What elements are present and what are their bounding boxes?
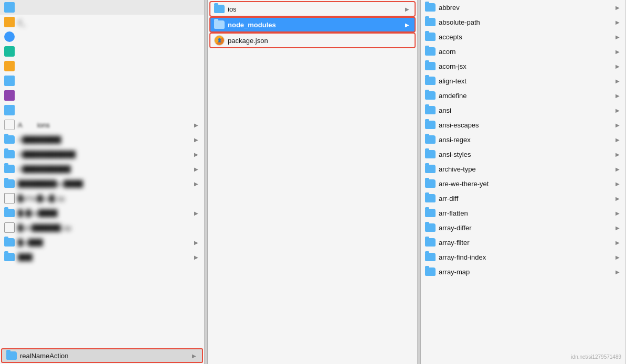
item-label: [18, 4, 194, 12]
chevron-icon: [194, 5, 199, 10]
chevron-icon: ▶: [615, 93, 620, 98]
item-label: package.json: [228, 37, 405, 45]
list-item[interactable]: amdefine ▶: [421, 88, 625, 103]
folder-icon: [6, 351, 17, 360]
item-label: [18, 33, 194, 41]
chevron-icon: ▶: [194, 122, 199, 127]
list-item[interactable]: ███ ▶: [0, 250, 204, 264]
list-item[interactable]: A ions ▶: [0, 117, 204, 132]
list-item[interactable]: A███████████ ▶: [0, 147, 204, 162]
item-label: A███████████: [18, 151, 194, 158]
item-label: amdefine: [439, 92, 615, 100]
node-modules-item[interactable]: node_modules ▶: [210, 17, 415, 32]
folder-icon: [425, 253, 436, 261]
list-item[interactable]: 2_: [0, 15, 204, 29]
list-item[interactable]: [0, 44, 204, 59]
list-item[interactable]: A██████████ ▶: [0, 162, 204, 176]
list-item[interactable]: array-filter ▶: [421, 235, 625, 250]
list-item[interactable]: arr-diff ▶: [421, 191, 625, 206]
package-json-item[interactable]: 👤 package.json: [210, 33, 415, 48]
thumbnail-icon: [4, 193, 15, 204]
json-icon: 👤: [214, 35, 225, 46]
thumbnail-icon: [4, 46, 15, 57]
list-item[interactable]: A████████ ▶: [0, 132, 204, 147]
list-item[interactable]: [0, 103, 204, 117]
list-item[interactable]: ansi-styles ▶: [421, 147, 625, 162]
item-label: ansi: [439, 106, 615, 114]
list-item[interactable]: [0, 29, 204, 44]
list-item[interactable]: align-text ▶: [421, 73, 625, 88]
folder-icon: [425, 106, 436, 114]
thumbnail-icon: [4, 61, 15, 71]
folder-icon: [4, 253, 15, 261]
list-item[interactable]: array-find-index ▶: [421, 250, 625, 264]
list-item[interactable]: ansi-regex ▶: [421, 132, 625, 147]
thumbnail-icon: [4, 90, 15, 101]
item-label: ansi-escapes: [439, 121, 615, 129]
folder-icon: [425, 121, 436, 129]
chevron-icon: ▶: [615, 166, 620, 172]
list-item[interactable]: █sth██████.zip: [0, 220, 204, 235]
list-item[interactable]: █s█ve████ ▶: [0, 206, 204, 220]
list-item[interactable]: absolute-path ▶: [421, 15, 625, 29]
list-item[interactable]: █eFile█es█.zip: [0, 191, 204, 206]
list-item[interactable]: abbrev ▶: [421, 0, 625, 15]
folder-icon: [4, 179, 15, 188]
list-item[interactable]: ████████es████ ▶: [0, 176, 204, 191]
folder-icon: [425, 209, 436, 217]
item-label: array-map: [439, 268, 615, 276]
item-label: align-text: [439, 77, 615, 85]
bottom-item[interactable]: realNameAction ▶: [1, 348, 203, 363]
list-item[interactable]: ansi-escapes ▶: [421, 117, 625, 132]
folder-icon: [425, 3, 436, 12]
folder-icon: [425, 18, 436, 26]
chevron-icon: ▶: [615, 63, 620, 69]
list-item[interactable]: are-we-there-yet ▶: [421, 176, 625, 191]
item-label: ansi-styles: [439, 151, 615, 158]
chevron-icon: [194, 78, 199, 83]
chevron-icon: ▶: [194, 210, 199, 216]
right-column[interactable]: abbrev ▶ absolute-path ▶ accepts ▶ acorn…: [421, 0, 626, 364]
item-label: absolute-path: [439, 18, 615, 26]
list-item[interactable]: ansi ▶: [421, 103, 625, 117]
list-item[interactable]: array-differ ▶: [421, 220, 625, 235]
list-item[interactable]: array-map ▶: [421, 264, 625, 279]
watermark: idn.net/si1279571489: [571, 354, 621, 360]
item-label: archive-type: [439, 165, 615, 173]
acorn-item[interactable]: acorn ▶: [421, 44, 625, 59]
folder-icon: [425, 223, 436, 232]
folder-icon: [425, 150, 436, 158]
folder-icon: [425, 33, 436, 41]
list-item[interactable]: [0, 59, 204, 73]
chevron-icon: [194, 34, 199, 39]
item-label: [18, 62, 194, 70]
item-label: █sth██████.zip: [18, 224, 194, 232]
item-label: arr-diff: [439, 195, 615, 202]
item-label: arr-flatten: [439, 209, 615, 217]
item-label: A████████: [18, 136, 194, 144]
list-item[interactable]: █ut███ ▶: [0, 235, 204, 250]
folder-icon: [4, 135, 15, 144]
chevron-icon: [194, 225, 199, 230]
chevron-icon: ▶: [615, 210, 620, 216]
left-column[interactable]: 2_ A: [0, 0, 205, 364]
folder-icon: [4, 150, 15, 158]
list-item[interactable]: [0, 88, 204, 103]
chevron-icon: ▶: [615, 34, 620, 39]
list-item[interactable]: [0, 73, 204, 88]
list-item[interactable]: arr-flatten ▶: [421, 206, 625, 220]
chevron-icon: ▶: [194, 254, 199, 260]
chevron-icon: ▶: [615, 240, 620, 245]
list-item[interactable]: [0, 0, 204, 15]
list-item[interactable]: accepts ▶: [421, 29, 625, 44]
list-item[interactable]: archive-type ▶: [421, 162, 625, 176]
chevron-icon: ▶: [615, 19, 620, 25]
thumbnail-icon: [4, 76, 15, 86]
item-label: [18, 48, 194, 56]
middle-column[interactable]: ios ▶ node_modules ▶ 👤 package.json: [208, 0, 418, 364]
ios-item[interactable]: ios ▶: [210, 2, 415, 16]
list-item[interactable]: acorn-jsx ▶: [421, 59, 625, 73]
item-label: array-find-index: [439, 253, 615, 261]
chevron-icon: ▶: [405, 6, 410, 12]
item-label: node_modules: [228, 21, 405, 29]
